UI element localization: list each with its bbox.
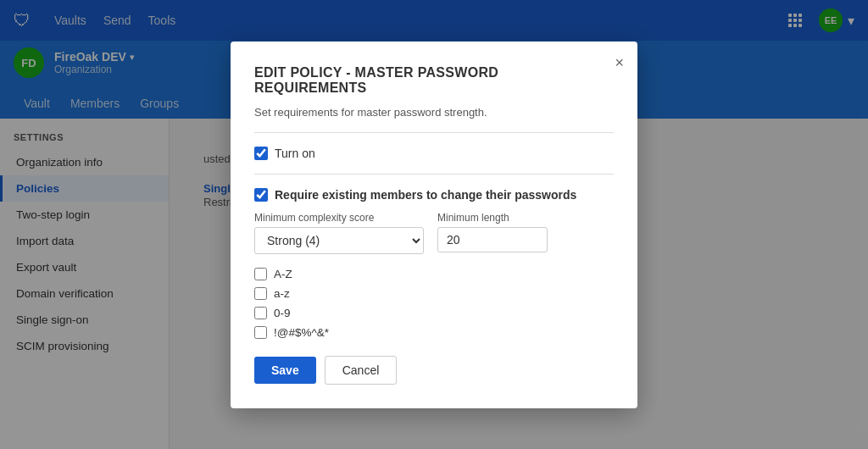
require-change-label[interactable]: Require existing members to change their… bbox=[275, 188, 576, 202]
length-label: Minimum length bbox=[437, 212, 548, 224]
modal-divider-2 bbox=[254, 174, 614, 175]
modal-actions: Save Cancel bbox=[254, 356, 614, 385]
opt-09-row: 0-9 bbox=[254, 307, 614, 319]
opt-09-checkbox[interactable] bbox=[254, 307, 267, 319]
turn-on-checkbox[interactable] bbox=[254, 147, 268, 160]
opt-az-upper-row: A-Z bbox=[254, 268, 614, 280]
turn-on-checkbox-row: Turn on bbox=[254, 147, 614, 160]
character-options: A-Z a-z 0-9 !@#$%^&* bbox=[254, 268, 614, 339]
opt-09-label[interactable]: 0-9 bbox=[274, 307, 291, 319]
complexity-label: Minimum complexity score bbox=[254, 212, 424, 224]
modal-description: Set requirements for master password str… bbox=[254, 106, 614, 119]
opt-special-label[interactable]: !@#$%^&* bbox=[274, 326, 329, 339]
turn-on-label[interactable]: Turn on bbox=[275, 147, 315, 160]
require-change-checkbox[interactable] bbox=[254, 188, 268, 202]
edit-policy-modal: EDIT POLICY - MASTER PASSWORD REQUIREMEN… bbox=[231, 42, 637, 408]
opt-az-lower-checkbox[interactable] bbox=[254, 287, 267, 300]
complexity-group: Minimum complexity score Weak (1) Fair (… bbox=[254, 212, 424, 254]
modal-divider-1 bbox=[254, 132, 614, 133]
save-button[interactable]: Save bbox=[254, 357, 316, 384]
complexity-select[interactable]: Weak (1) Fair (2) Good (3) Strong (4) Ve… bbox=[254, 227, 424, 254]
opt-az-lower-row: a-z bbox=[254, 287, 614, 300]
modal-close-button[interactable]: × bbox=[615, 55, 624, 70]
opt-special-checkbox[interactable] bbox=[254, 326, 267, 339]
modal-title: EDIT POLICY - MASTER PASSWORD REQUIREMEN… bbox=[254, 65, 614, 96]
modal-overlay: EDIT POLICY - MASTER PASSWORD REQUIREMEN… bbox=[0, 0, 868, 449]
length-group: Minimum length bbox=[437, 212, 548, 254]
opt-special-row: !@#$%^&* bbox=[254, 326, 614, 339]
cancel-button[interactable]: Cancel bbox=[325, 356, 398, 385]
length-input[interactable] bbox=[437, 227, 548, 252]
require-change-checkbox-row: Require existing members to change their… bbox=[254, 188, 614, 202]
opt-az-upper-label[interactable]: A-Z bbox=[274, 268, 292, 280]
complexity-length-row: Minimum complexity score Weak (1) Fair (… bbox=[254, 212, 614, 254]
opt-az-lower-label[interactable]: a-z bbox=[274, 287, 290, 300]
opt-az-upper-checkbox[interactable] bbox=[254, 268, 267, 280]
